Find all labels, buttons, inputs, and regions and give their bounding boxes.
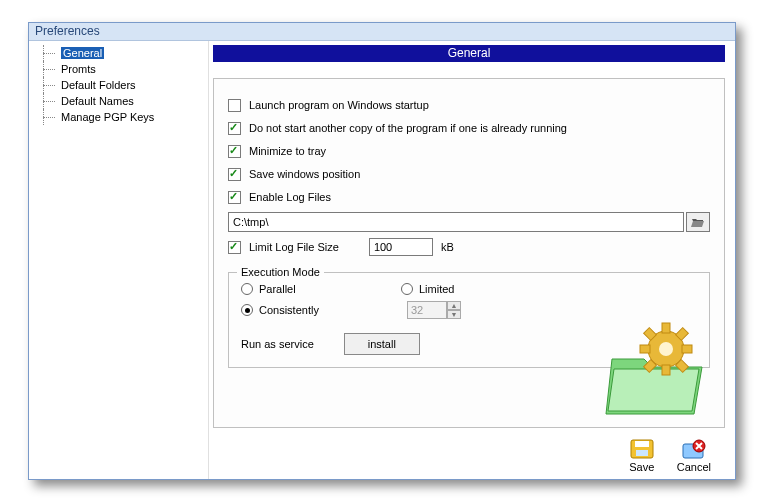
dialog-footer: Save Cancel: [209, 431, 735, 479]
svg-rect-4: [682, 345, 692, 353]
label-limit-log: Limit Log File Size: [249, 241, 339, 253]
radio-consistently[interactable]: [241, 304, 253, 316]
checkbox-save-pos[interactable]: [228, 168, 241, 181]
tree-item-promts[interactable]: Promts: [33, 61, 204, 77]
checkbox-no-duplicate[interactable]: [228, 122, 241, 135]
tree-item-general[interactable]: General: [33, 45, 204, 61]
install-button[interactable]: install: [344, 333, 420, 355]
label-minimize-tray: Minimize to tray: [249, 145, 326, 157]
label-consistently: Consistently: [259, 304, 319, 316]
svg-rect-2: [662, 365, 670, 375]
limit-spin-down: ▼: [447, 310, 461, 319]
checkbox-minimize-tray[interactable]: [228, 145, 241, 158]
log-path-input[interactable]: [228, 212, 684, 232]
folder-open-icon: [691, 216, 705, 228]
tree-item-manage-pgp-keys[interactable]: Manage PGP Keys: [33, 109, 204, 125]
execution-mode-legend: Execution Mode: [237, 266, 324, 278]
content-area: General Launch program on Windows startu…: [209, 41, 735, 479]
svg-rect-3: [640, 345, 650, 353]
label-limited: Limited: [419, 283, 454, 295]
preferences-window: Preferences General Promts Default Folde…: [28, 22, 736, 480]
svg-rect-11: [635, 441, 649, 447]
label-save-pos: Save windows position: [249, 168, 360, 180]
checkbox-launch-startup[interactable]: [228, 99, 241, 112]
label-run-as-service: Run as service: [241, 338, 314, 350]
save-button[interactable]: Save: [629, 438, 655, 473]
window-title: Preferences: [29, 23, 735, 41]
folder-gear-icon: [604, 319, 714, 419]
svg-point-9: [659, 342, 673, 356]
log-size-unit: kB: [441, 241, 454, 253]
radio-parallel[interactable]: [241, 283, 253, 295]
general-panel: Launch program on Windows startup Do not…: [213, 78, 725, 428]
checkbox-enable-log[interactable]: [228, 191, 241, 204]
cancel-button[interactable]: Cancel: [677, 438, 711, 473]
radio-limited[interactable]: [401, 283, 413, 295]
label-launch-startup: Launch program on Windows startup: [249, 99, 429, 111]
label-no-duplicate: Do not start another copy of the program…: [249, 122, 567, 134]
cancel-icon: [681, 438, 707, 460]
panel-header: General: [213, 45, 725, 62]
tree-item-default-folders[interactable]: Default Folders: [33, 77, 204, 93]
limit-spinner: ▲ ▼: [407, 301, 461, 319]
label-parallel: Parallel: [259, 283, 296, 295]
log-size-input[interactable]: [369, 238, 433, 256]
svg-rect-1: [662, 323, 670, 333]
save-icon: [629, 438, 655, 460]
browse-button[interactable]: [686, 212, 710, 232]
label-enable-log: Enable Log Files: [249, 191, 331, 203]
svg-rect-12: [636, 450, 648, 456]
nav-tree: General Promts Default Folders Default N…: [29, 41, 209, 479]
limit-spin-up: ▲: [447, 301, 461, 310]
limit-value-input: [407, 301, 447, 319]
tree-item-default-names[interactable]: Default Names: [33, 93, 204, 109]
checkbox-limit-log[interactable]: [228, 241, 241, 254]
